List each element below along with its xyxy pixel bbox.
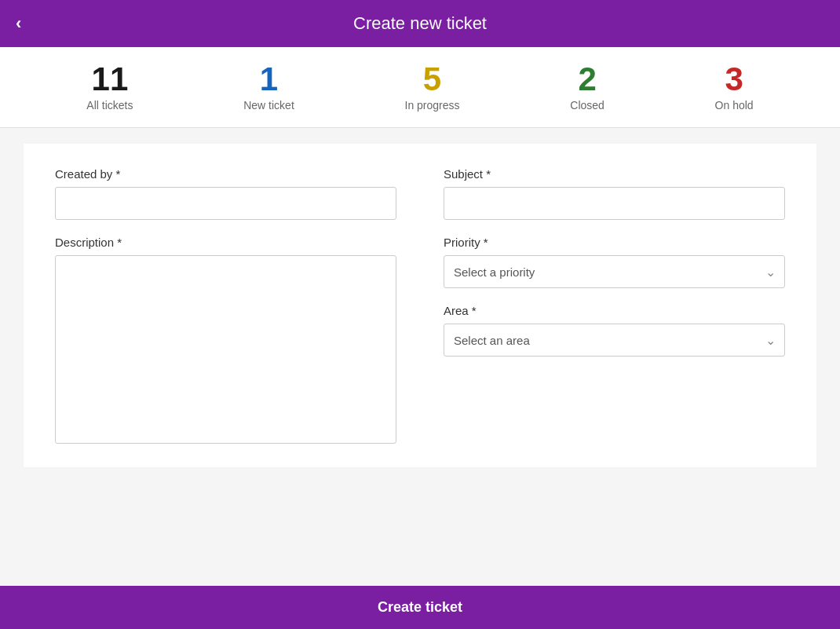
subject-input[interactable] — [444, 187, 785, 220]
closed-count: 2 — [578, 63, 596, 96]
priority-select[interactable]: Select a priority — [444, 255, 785, 288]
in-progress-label: In progress — [405, 99, 460, 112]
on-hold-count: 3 — [725, 63, 743, 96]
area-select-wrapper: Select an area ⌄ — [444, 324, 785, 357]
area-select[interactable]: Select an area — [444, 324, 785, 357]
created-by-input[interactable] — [55, 187, 396, 220]
description-input[interactable] — [55, 255, 396, 444]
all-tickets-count: 11 — [92, 63, 129, 96]
description-group: Description * — [55, 236, 396, 444]
form-grid: Created by * Subject * Priority * Select… — [55, 167, 785, 444]
create-ticket-footer[interactable]: Create ticket — [0, 586, 840, 629]
new-ticket-label: New ticket — [243, 99, 294, 112]
on-hold-label: On hold — [715, 99, 754, 112]
closed-label: Closed — [570, 99, 604, 112]
priority-select-wrapper: Select a priority ⌄ — [444, 255, 785, 288]
header: ‹ Create new ticket — [0, 0, 840, 47]
header-title: Create new ticket — [353, 13, 487, 34]
stat-new-ticket[interactable]: 1 New ticket — [243, 63, 294, 112]
area-placeholder: Select an area — [454, 334, 530, 347]
priority-group: Priority * Select a priority ⌄ — [444, 236, 785, 288]
stat-on-hold[interactable]: 3 On hold — [715, 63, 754, 112]
stats-bar: 11 All tickets 1 New ticket 5 In progres… — [0, 47, 840, 128]
in-progress-count: 5 — [423, 63, 441, 96]
priority-label: Priority * — [444, 236, 785, 249]
main-content: 11 All tickets 1 New ticket 5 In progres… — [0, 47, 840, 586]
new-ticket-count: 1 — [260, 63, 278, 96]
all-tickets-label: All tickets — [86, 99, 133, 112]
subject-label: Subject * — [444, 167, 785, 181]
stat-all-tickets[interactable]: 11 All tickets — [86, 63, 133, 112]
stat-closed[interactable]: 2 Closed — [570, 63, 604, 112]
create-ticket-button: Create ticket — [378, 599, 462, 616]
create-ticket-form: Created by * Subject * Priority * Select… — [24, 144, 816, 467]
created-by-label: Created by * — [55, 167, 396, 181]
area-label: Area * — [444, 304, 785, 317]
created-by-group: Created by * — [55, 167, 396, 220]
back-button[interactable]: ‹ — [16, 13, 21, 34]
priority-placeholder: Select a priority — [454, 265, 535, 279]
area-group: Area * Select an area ⌄ — [444, 304, 785, 357]
subject-group: Subject * — [444, 167, 785, 220]
stats-container: 11 All tickets 1 New ticket 5 In progres… — [0, 47, 840, 128]
description-label: Description * — [55, 236, 396, 249]
stat-in-progress[interactable]: 5 In progress — [405, 63, 460, 112]
